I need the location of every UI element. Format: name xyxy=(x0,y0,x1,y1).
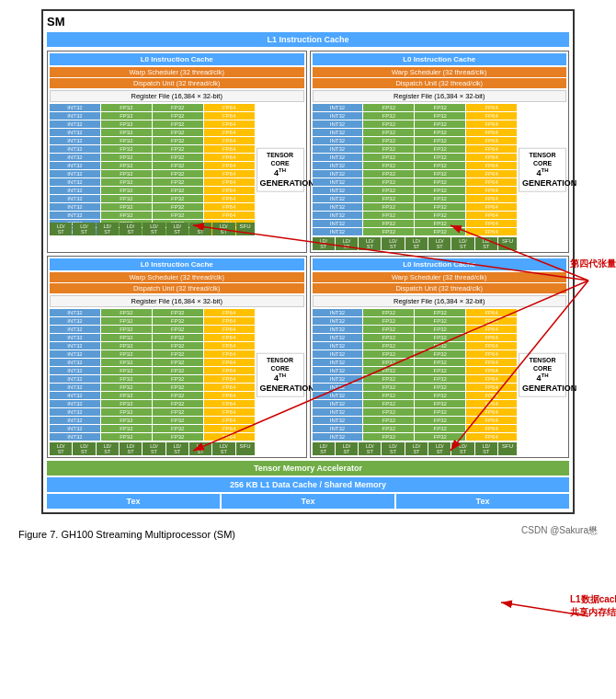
core-row: INT32FP32FP32FP64 xyxy=(50,187,255,194)
core-row: INT32FP32FP32FP64 xyxy=(50,137,255,144)
tensor-label-tr: TENSOR CORE 4TH GENERATION xyxy=(519,147,566,192)
quad-top-left: L0 Instruction Cache Warp Scheduler (32 … xyxy=(47,51,307,253)
core-row: INT32FP32FP32FP64 xyxy=(50,112,255,120)
page: SM L1 Instruction Cache L0 Instruction C… xyxy=(0,0,616,699)
warp-scheduler-br: Warp Scheduler (32 thread/clk) xyxy=(313,272,567,282)
annotation-l1-cache: L1数据cache与共享内存结合 xyxy=(570,593,616,619)
quad-grid: L0 Instruction Cache Warp Scheduler (32 … xyxy=(47,51,569,458)
dispatch-unit-tl: Dispatch Unit (32 thread/clk) xyxy=(50,78,304,88)
tex-cell-3: Tex xyxy=(396,494,569,509)
core-row: INT32FP32FP32FP64 xyxy=(50,162,255,169)
l1-instruction-cache-top: L1 Instruction Cache xyxy=(47,32,569,47)
core-row: INT32FP32FP32FP64 xyxy=(50,203,255,211)
l1-data-cache-bar: 256 KB L1 Data Cache / Shared Memory xyxy=(47,477,569,492)
tex-cell-1: Tex xyxy=(47,494,220,509)
core-row: INT32FP32FP32FP64 xyxy=(50,120,255,128)
csdn-credit: CSDN @Sakura懋 xyxy=(521,524,598,537)
reg-file-br: Register File (16,384 × 32-bit) xyxy=(313,295,567,307)
core-row: INT32FP32FP32FP64 xyxy=(50,145,255,153)
sm-title: SM xyxy=(47,15,569,29)
tex-row: Tex Tex Tex xyxy=(47,494,569,509)
int-fp-bl: INT32FP32FP32FP64 INT32FP32FP32FP64 INT3… xyxy=(50,309,255,441)
annotation-tensor-core: 第四代张量核心 xyxy=(570,258,616,270)
quad-bottom-left: L0 Instruction Cache Warp Scheduler (32 … xyxy=(47,256,307,458)
core-row: INT32FP32FP32FP64 xyxy=(50,170,255,178)
core-row: INT32FP32FP32FP64 xyxy=(50,178,255,186)
quad-bottom-right: L0 Instruction Cache Warp Scheduler (32 … xyxy=(310,256,570,458)
core-area-tl: INT32FP32FP32FP64 INT32FP32FP32FP64 INT3… xyxy=(50,104,304,235)
dispatch-unit-bl: Dispatch Unit (32 thread/clk) xyxy=(50,283,304,293)
core-area-tr: INT32FP32FP32FP64 INT32FP32FP32FP64 INT3… xyxy=(313,104,567,235)
core-row: INT32FP32FP32FP64 xyxy=(50,129,255,136)
int-fp-tr: INT32FP32FP32FP64 INT32FP32FP32FP64 INT3… xyxy=(313,104,518,235)
diagram-wrapper: SM L1 Instruction Cache L0 Instruction C… xyxy=(41,9,575,514)
tensor-label-tl: TENSOR CORE 4TH GENERATION xyxy=(257,147,304,192)
tensor-label-br: TENSOR CORE 4TH GENERATION xyxy=(519,352,566,397)
figure-caption: Figure 7. GH100 Streaming Multiprocessor… xyxy=(18,529,235,540)
dispatch-unit-br: Dispatch Unit (32 thread/clk) xyxy=(313,283,567,293)
warp-scheduler-bl: Warp Scheduler (32 thread/clk) xyxy=(50,272,304,282)
warp-scheduler-tl: Warp Scheduler (32 thread/clk) xyxy=(50,67,304,77)
ld-st-area-tl: LD/ST LD/ST LD/ST LD/ST LD/ST LD/ST LD/S… xyxy=(50,221,255,235)
int-fp-br: INT32FP32FP32FP64 INT32FP32FP32FP64 INT3… xyxy=(313,309,518,441)
core-row: INT32FP32FP32FP64 xyxy=(50,212,255,219)
reg-file-tr: Register File (16,384 × 32-bit) xyxy=(313,90,567,102)
warp-scheduler-tr: Warp Scheduler (32 thread/clk) xyxy=(313,67,567,77)
l0-cache-tr: L0 Instruction Cache xyxy=(313,53,567,65)
core-area-br: INT32FP32FP32FP64 INT32FP32FP32FP64 INT3… xyxy=(313,309,567,441)
int-fp-tl: INT32FP32FP32FP64 INT32FP32FP32FP64 INT3… xyxy=(50,104,255,235)
l0-cache-bl: L0 Instruction Cache xyxy=(50,258,304,270)
core-row: INT32FP32FP32FP64 xyxy=(50,195,255,202)
reg-file-bl: Register File (16,384 × 32-bit) xyxy=(50,295,304,307)
figure-footer: Figure 7. GH100 Streaming Multiprocessor… xyxy=(9,521,607,540)
l0-cache-br: L0 Instruction Cache xyxy=(313,258,567,270)
core-area-bl: INT32FP32FP32FP64 INT32FP32FP32FP64 INT3… xyxy=(50,309,304,441)
core-row: INT32FP32FP32FP64 xyxy=(50,104,255,111)
reg-file-tl: Register File (16,384 × 32-bit) xyxy=(50,90,304,102)
tex-cell-2: Tex xyxy=(222,494,394,509)
core-row: INT32FP32FP32FP64 xyxy=(50,154,255,161)
sm-container: SM L1 Instruction Cache L0 Instruction C… xyxy=(41,9,575,514)
tensor-label-bl: TENSOR CORE 4TH GENERATION xyxy=(257,352,304,397)
dispatch-unit-tr: Dispatch Unit (32 thread/clk) xyxy=(313,78,567,88)
tensor-memory-bar: Tensor Memory Accelerator xyxy=(47,461,569,476)
quad-top-right: L0 Instruction Cache Warp Scheduler (32 … xyxy=(310,51,570,253)
l0-cache-tl: L0 Instruction Cache xyxy=(50,53,304,65)
